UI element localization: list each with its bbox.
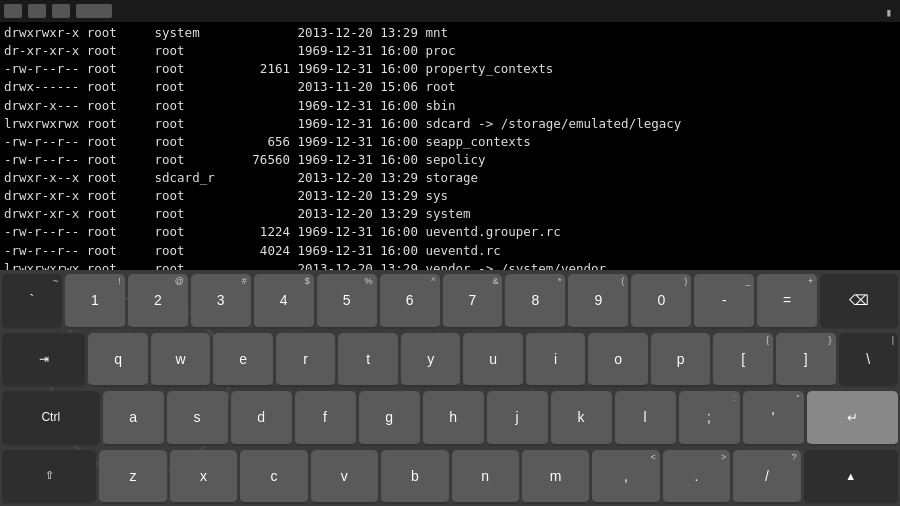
terminal-line: -rw-r--r-- root root 76560 1969-12-31 16… [4, 151, 896, 169]
key-x-3-0[interactable]: ⇧ [2, 450, 96, 505]
key-label: x [200, 468, 207, 484]
key-label: - [722, 292, 727, 308]
key-x-0-12[interactable]: =+ [757, 274, 817, 329]
key-t-1-5[interactable]: t [338, 333, 398, 388]
key-sublabel: < [651, 452, 656, 462]
key-c-3-3[interactable]: c [240, 450, 307, 505]
key-label: Ctrl [41, 410, 60, 424]
key-z-3-1[interactable]: z [99, 450, 166, 505]
key-x-2-10[interactable]: ;: [679, 391, 740, 446]
key-label: 9 [594, 292, 602, 308]
key-sublabel: # [242, 276, 247, 286]
key-x-3-9[interactable]: .> [663, 450, 730, 505]
key-x-0-11[interactable]: -_ [694, 274, 754, 329]
key-label: l [644, 409, 647, 425]
key-q-1-1[interactable]: q [88, 333, 148, 388]
key-row-0: `~1!2@3#4$5%6^7&8*9(0)-_=+⌫ [2, 274, 898, 329]
key-n-3-6[interactable]: n [452, 450, 519, 505]
key-label: 1 [91, 292, 99, 308]
key-i-1-8[interactable]: i [526, 333, 586, 388]
key-4-0-4[interactable]: 4$ [254, 274, 314, 329]
key-sublabel: + [808, 276, 813, 286]
key-label: ` [30, 292, 35, 308]
top-icon-1[interactable] [4, 4, 22, 18]
key-8-0-8[interactable]: 8* [505, 274, 565, 329]
keyboard[interactable]: `~1!2@3#4$5%6^7&8*9(0)-_=+⌫⇥qwertyuiop[{… [0, 270, 900, 506]
key-sublabel: & [492, 276, 498, 286]
key-6-0-6[interactable]: 6^ [380, 274, 440, 329]
key-x-3-2[interactable]: x [170, 450, 237, 505]
key-f-2-4[interactable]: f [295, 391, 356, 446]
key-b-3-5[interactable]: b [381, 450, 448, 505]
key-x-3-8[interactable]: ,< [592, 450, 659, 505]
key-x-1-13[interactable]: \| [839, 333, 899, 388]
key-9-0-9[interactable]: 9( [568, 274, 628, 329]
key-7-0-7[interactable]: 7& [443, 274, 503, 329]
key-label: ] [804, 351, 808, 367]
key-sublabel: ~ [53, 276, 58, 286]
key-sublabel: " [796, 393, 799, 403]
key-0-0-10[interactable]: 0) [631, 274, 691, 329]
key-x-2-12[interactable]: ↵ [807, 391, 898, 446]
top-icon-3[interactable] [52, 4, 70, 18]
key-sublabel: @ [175, 276, 184, 286]
key-l-2-9[interactable]: l [615, 391, 676, 446]
key-label: 3 [217, 292, 225, 308]
battery-icon: ▮ [885, 6, 892, 19]
key-x-1-11[interactable]: [{ [713, 333, 773, 388]
key-sublabel: { [766, 335, 769, 345]
key-y-1-6[interactable]: y [401, 333, 461, 388]
key-1-0-1[interactable]: 1! [65, 274, 125, 329]
key-label: 7 [469, 292, 477, 308]
key-label: k [578, 409, 585, 425]
key-o-1-9[interactable]: o [588, 333, 648, 388]
key-2-0-2[interactable]: 2@ [128, 274, 188, 329]
key-label: u [489, 351, 497, 367]
key-row-2: Ctrlasdfghjkl;:'"↵ [2, 391, 898, 446]
key-3-0-3[interactable]: 3# [191, 274, 251, 329]
key-e-1-3[interactable]: e [213, 333, 273, 388]
key-x-3-10[interactable]: /? [733, 450, 800, 505]
key-5-0-5[interactable]: 5% [317, 274, 377, 329]
key-label: a [129, 409, 137, 425]
key-label: c [270, 468, 277, 484]
key-h-2-6[interactable]: h [423, 391, 484, 446]
terminal-line: -rw-r--r-- root root 1224 1969-12-31 16:… [4, 223, 896, 241]
key-label: i [554, 351, 557, 367]
key-label: s [194, 409, 201, 425]
key-label: o [614, 351, 622, 367]
key-label: 8 [532, 292, 540, 308]
top-icon-2[interactable] [28, 4, 46, 18]
key-x-2-11[interactable]: '" [743, 391, 804, 446]
key-label: . [695, 468, 699, 484]
key-x-0-13[interactable]: ⌫ [820, 274, 898, 329]
key-x-3-11[interactable]: ▲ [804, 450, 898, 505]
terminal-line: drwxr-xr-x root root 2013-12-20 13:29 sy… [4, 205, 896, 223]
top-icon-4[interactable] [76, 4, 112, 18]
key-label: b [411, 468, 419, 484]
key-a-2-1[interactable]: a [103, 391, 164, 446]
key-x-0-0[interactable]: `~ [2, 274, 62, 329]
key-x-1-0[interactable]: ⇥ [2, 333, 85, 388]
key-label: v [341, 468, 348, 484]
key-Ctrl-2-0[interactable]: Ctrl [2, 391, 100, 446]
key-v-3-4[interactable]: v [311, 450, 378, 505]
key-m-3-7[interactable]: m [522, 450, 589, 505]
key-p-1-10[interactable]: p [651, 333, 711, 388]
key-s-2-2[interactable]: s [167, 391, 228, 446]
key-sublabel: ^ [431, 276, 435, 286]
key-sublabel: ) [684, 276, 687, 286]
key-d-2-3[interactable]: d [231, 391, 292, 446]
key-u-1-7[interactable]: u [463, 333, 523, 388]
key-x-1-12[interactable]: ]} [776, 333, 836, 388]
key-g-2-5[interactable]: g [359, 391, 420, 446]
key-label: \ [866, 351, 870, 367]
key-k-2-8[interactable]: k [551, 391, 612, 446]
terminal-line: drwxr-xr-x root root 2013-12-20 13:29 sy… [4, 187, 896, 205]
key-j-2-7[interactable]: j [487, 391, 548, 446]
key-sublabel: > [721, 452, 726, 462]
terminal-line: -rw-r--r-- root root 4024 1969-12-31 16:… [4, 242, 896, 260]
key-w-1-2[interactable]: w [151, 333, 211, 388]
key-label: q [114, 351, 122, 367]
key-r-1-4[interactable]: r [276, 333, 336, 388]
